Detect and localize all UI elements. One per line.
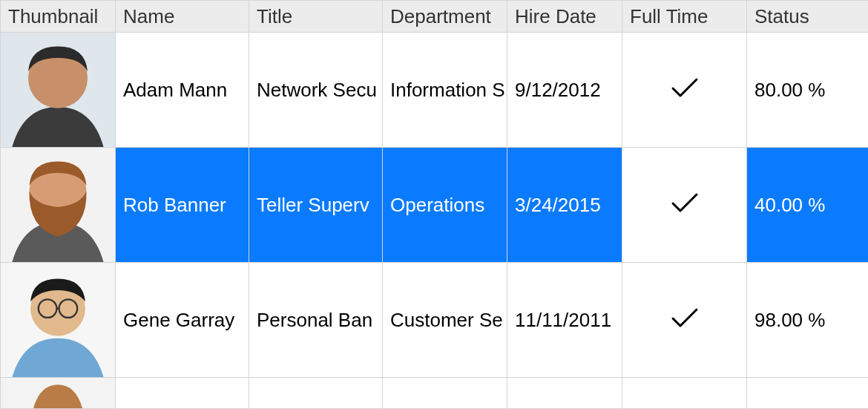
cell-status[interactable]: 40.00 % bbox=[747, 148, 869, 263]
table-row[interactable]: Gene Garray Personal Ban Customer Se 11/… bbox=[1, 263, 869, 378]
table-row[interactable] bbox=[1, 378, 869, 409]
checkmark-icon bbox=[671, 76, 699, 99]
column-header-title[interactable]: Title bbox=[249, 1, 383, 33]
cell-thumbnail[interactable] bbox=[1, 378, 116, 409]
cell-status[interactable] bbox=[747, 378, 869, 409]
cell-name[interactable] bbox=[116, 378, 249, 409]
cell-title[interactable] bbox=[249, 378, 383, 409]
checkmark-icon bbox=[671, 192, 699, 214]
cell-title[interactable]: Teller Superv bbox=[249, 148, 383, 263]
cell-name[interactable]: Rob Banner bbox=[116, 148, 249, 263]
cell-name[interactable]: Gene Garray bbox=[116, 263, 249, 378]
cell-full-time[interactable] bbox=[622, 148, 747, 263]
cell-department[interactable] bbox=[383, 378, 507, 409]
column-header-full-time[interactable]: Full Time bbox=[622, 1, 747, 33]
table-row[interactable]: Rob Banner Teller Superv Operations 3/24… bbox=[1, 148, 869, 263]
cell-hire-date[interactable] bbox=[507, 378, 622, 409]
table-header-row: Thumbnail Name Title Department Hire Dat… bbox=[1, 1, 869, 33]
avatar bbox=[1, 33, 115, 147]
cell-title[interactable]: Personal Ban bbox=[249, 263, 383, 378]
cell-title[interactable]: Network Secu bbox=[249, 33, 383, 148]
cell-thumbnail[interactable] bbox=[1, 33, 116, 148]
column-header-thumbnail[interactable]: Thumbnail bbox=[1, 1, 116, 33]
cell-name[interactable]: Adam Mann bbox=[116, 33, 249, 148]
cell-full-time[interactable] bbox=[622, 263, 747, 378]
column-header-name[interactable]: Name bbox=[116, 1, 249, 33]
cell-status[interactable]: 80.00 % bbox=[747, 33, 869, 148]
cell-full-time[interactable] bbox=[622, 33, 747, 148]
cell-hire-date[interactable]: 3/24/2015 bbox=[507, 148, 622, 263]
cell-thumbnail[interactable] bbox=[1, 263, 116, 378]
cell-hire-date[interactable]: 11/11/2011 bbox=[507, 263, 622, 378]
cell-status[interactable]: 98.00 % bbox=[747, 263, 869, 378]
cell-full-time[interactable] bbox=[622, 378, 747, 409]
cell-thumbnail[interactable] bbox=[1, 148, 116, 263]
employee-table[interactable]: Thumbnail Name Title Department Hire Dat… bbox=[0, 0, 868, 409]
cell-department[interactable]: Operations bbox=[383, 148, 507, 263]
cell-department[interactable]: Information S bbox=[383, 33, 507, 148]
table-row[interactable]: Adam Mann Network Secu Information S 9/1… bbox=[1, 33, 869, 148]
column-header-hire-date[interactable]: Hire Date bbox=[507, 1, 622, 33]
cell-hire-date[interactable]: 9/12/2012 bbox=[507, 33, 622, 148]
avatar bbox=[1, 148, 115, 262]
column-header-department[interactable]: Department bbox=[383, 1, 507, 33]
avatar bbox=[1, 263, 115, 377]
column-header-status[interactable]: Status bbox=[747, 1, 869, 33]
checkmark-icon bbox=[671, 307, 699, 329]
cell-department[interactable]: Customer Se bbox=[383, 263, 507, 378]
avatar bbox=[1, 378, 115, 408]
